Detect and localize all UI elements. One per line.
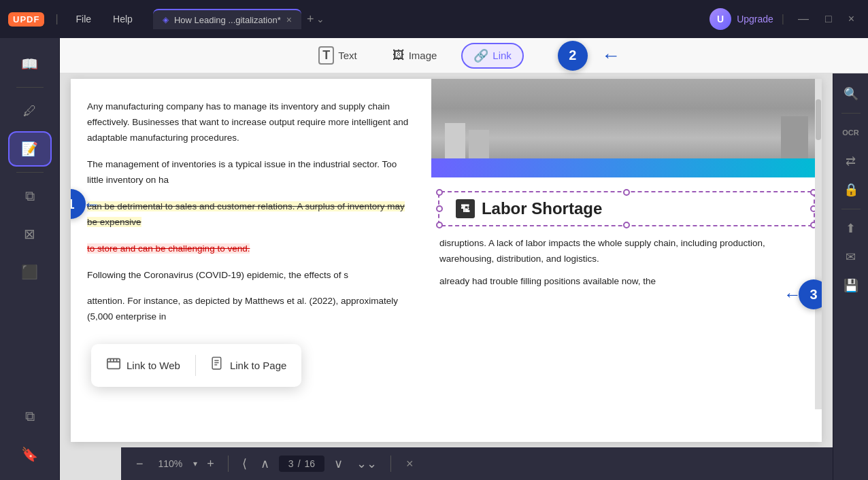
image-column: 🏗 Labor Shortage disruptions. A lack of … xyxy=(431,79,822,442)
upgrade-button[interactable]: Upgrade xyxy=(737,14,773,24)
minimize-button[interactable]: — xyxy=(792,10,814,28)
link-to-page-option[interactable]: Link to Page xyxy=(199,349,299,381)
resize-handle-tm[interactable] xyxy=(623,189,630,196)
text-label: Text xyxy=(338,50,357,61)
close-button[interactable]: × xyxy=(843,10,860,28)
new-tab-button[interactable]: + xyxy=(307,12,314,27)
text-icon: T xyxy=(318,46,334,65)
zoom-out-button[interactable]: − xyxy=(132,454,148,474)
ocr-icon: OCR xyxy=(842,128,858,137)
save-file-button[interactable]: 💾 xyxy=(839,273,863,298)
page-total: 16 xyxy=(305,458,316,469)
right-paragraph-2: already had trouble filling positions av… xyxy=(439,274,814,290)
paragraph-3: Following the Coronavirus (COVID-19) epi… xyxy=(87,268,415,284)
share-icon: ⬆ xyxy=(846,221,856,236)
menu-file[interactable]: File xyxy=(69,11,99,27)
sidebar-item-reading[interactable]: 📖 xyxy=(8,46,52,82)
scrollbar-thumb[interactable] xyxy=(816,99,821,140)
maximize-button[interactable]: □ xyxy=(820,10,837,28)
convert-button[interactable]: ⇄ xyxy=(839,149,863,173)
annotation-3-group: ← 3 xyxy=(784,279,822,309)
tab-close-button[interactable]: × xyxy=(286,14,292,25)
mail-button[interactable]: ✉ xyxy=(839,245,863,269)
tab-chevron-icon[interactable]: ⌄ xyxy=(316,14,324,24)
convert-icon: ⇄ xyxy=(846,154,856,169)
reading-icon: 📖 xyxy=(21,56,38,72)
zoom-dropdown-button[interactable]: ▾ xyxy=(193,459,197,468)
protect-icon: 🔒 xyxy=(844,182,858,197)
title-bar-right: U Upgrade | — □ × xyxy=(710,8,860,30)
content-area: Any manufacturing company has to manage … xyxy=(60,73,833,480)
app-logo: UPDF xyxy=(8,12,44,27)
arrow-2: ← xyxy=(601,45,620,67)
text-column: Any manufacturing company has to manage … xyxy=(71,79,431,442)
sidebar-item-bookmark[interactable]: 🔖 xyxy=(8,436,52,472)
resize-handle-bl[interactable] xyxy=(436,222,443,228)
paragraph-highlight-yellow: can be detrimental to sales and customer… xyxy=(87,199,415,230)
right-sidebar: 🔍 OCR ⇄ 🔒 ⬆ ✉ xyxy=(833,73,868,480)
share-button[interactable]: ⬆ xyxy=(839,216,863,241)
paragraph-highlight-red: to store and can be challenging to vend. xyxy=(87,241,415,257)
page-current: 3 xyxy=(288,458,294,469)
avatar[interactable]: U xyxy=(710,8,731,30)
text-tool-button[interactable]: T Text xyxy=(307,42,368,69)
link-to-web-option[interactable]: Link to Web xyxy=(94,349,193,381)
protect-button[interactable]: 🔒 xyxy=(839,177,863,202)
link-web-icon xyxy=(106,356,121,375)
sidebar-item-copy[interactable]: ⧉ xyxy=(8,178,52,213)
tab-dot-icon: ◈ xyxy=(163,15,169,24)
title-bar: UPDF | File Help ◈ How Leading ...gitali… xyxy=(0,0,868,38)
bottom-toolbar: − 110% ▾ + ⟨ ∧ 3 / 16 ∨ ⌄⌄ × xyxy=(121,447,833,480)
labor-shortage-container[interactable]: 🏗 Labor Shortage xyxy=(438,191,815,226)
sidebar-item-crop[interactable]: ⊠ xyxy=(8,216,52,252)
link-to-web-label: Link to Web xyxy=(127,360,180,371)
sidebar-item-layers[interactable]: ⧉ xyxy=(8,398,52,434)
sidebar-item-edit[interactable]: 📝 xyxy=(8,131,52,167)
left-sidebar: 📖 🖊 📝 ⧉ ⊠ ⬛ ⧉ 🔖 xyxy=(0,38,60,480)
paragraph-2: The management of inventories is a typic… xyxy=(87,157,415,188)
bottom-sep-1 xyxy=(228,456,229,472)
zoom-in-button[interactable]: + xyxy=(203,454,218,474)
image-icon: 🖼 xyxy=(393,48,405,63)
link-tool-button[interactable]: 🔗 Link xyxy=(461,43,524,69)
sidebar-item-redact[interactable]: ⬛ xyxy=(8,254,52,290)
search-icon: 🔍 xyxy=(844,86,858,101)
annotation-1-group: 1 ← xyxy=(71,189,101,219)
bottom-sep-2 xyxy=(390,456,391,472)
resize-handle-bm[interactable] xyxy=(623,222,630,228)
sidebar-item-annotate[interactable]: 🖊 xyxy=(8,93,52,128)
nav-last-button[interactable]: ⌄⌄ xyxy=(352,453,381,474)
save-icon: 💾 xyxy=(844,278,858,293)
link-menu-separator xyxy=(195,355,196,376)
scrollbar-track[interactable] xyxy=(815,79,822,409)
page-info-display: 3 / 16 xyxy=(279,456,324,472)
paragraph-3b: attention. For instance, as depicted by … xyxy=(87,294,415,325)
sidebar-sep-1 xyxy=(16,87,44,88)
labor-box-icon: 🏗 xyxy=(456,199,475,218)
labor-shortage-text: Labor Shortage xyxy=(482,199,602,218)
resize-handle-ml[interactable] xyxy=(436,205,443,212)
edit-icon: 📝 xyxy=(21,141,38,157)
bottom-close-button[interactable]: × xyxy=(401,454,419,474)
redact-icon: ⬛ xyxy=(21,264,38,280)
pdf-page: Any manufacturing company has to manage … xyxy=(60,73,833,480)
annotation-2: 2 xyxy=(558,41,588,71)
nav-next-button[interactable]: ∨ xyxy=(330,453,347,474)
tab-document[interactable]: ◈ How Leading ...gitalization* × xyxy=(153,9,301,29)
sidebar-sep-2 xyxy=(16,172,44,173)
link-to-page-label: Link to Page xyxy=(230,360,286,371)
nav-first-button[interactable]: ⟨ xyxy=(238,453,251,474)
search-button[interactable]: 🔍 xyxy=(839,82,863,106)
labor-shortage-box[interactable]: 🏗 Labor Shortage xyxy=(438,191,815,226)
right-body-text: disruptions. A lack of labor impacts the… xyxy=(431,226,822,290)
menu-help[interactable]: Help xyxy=(106,11,139,27)
top-toolbar: T Text 🖼 Image 🔗 Link 2 ← xyxy=(60,38,868,73)
annotation-circle-3: 3 xyxy=(799,279,822,309)
right-paragraph-1: disruptions. A lack of labor impacts the… xyxy=(439,236,814,267)
link-page-icon xyxy=(211,356,224,375)
nav-prev-top-button[interactable]: ∧ xyxy=(256,453,273,474)
resize-handle-tl[interactable] xyxy=(436,189,443,196)
image-tool-button[interactable]: 🖼 Image xyxy=(382,44,448,67)
paragraph-1: Any manufacturing company has to manage … xyxy=(87,99,415,146)
ocr-button[interactable]: OCR xyxy=(839,120,863,145)
